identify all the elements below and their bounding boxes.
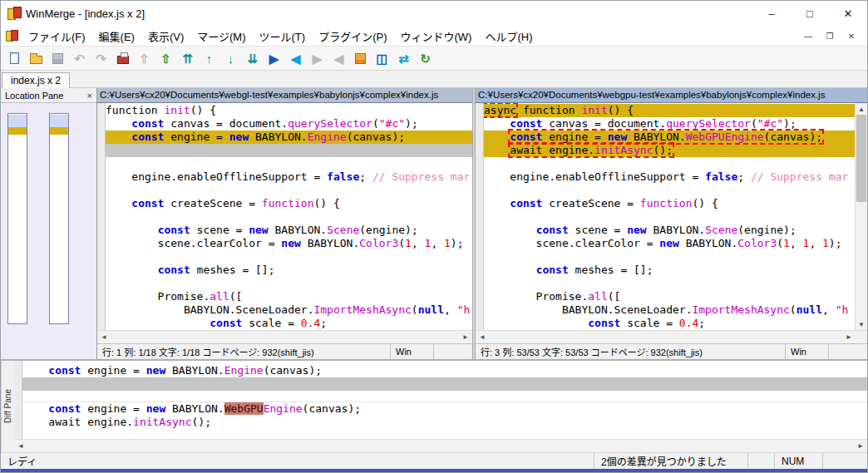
code-line[interactable]: const engine = new BABYLON.WebGPUEngine(… bbox=[22, 402, 867, 416]
code-line[interactable]: const createScene = function() { bbox=[106, 197, 472, 210]
tab-indexjs[interactable]: index.js x 2 bbox=[2, 72, 70, 88]
code-line[interactable]: Promise.all([ bbox=[484, 290, 855, 303]
menu-item-1[interactable]: ファイル(F) bbox=[22, 26, 92, 46]
right-hscroll-track[interactable] bbox=[489, 331, 842, 343]
merge-mode-button[interactable] bbox=[112, 48, 133, 69]
minimize-button[interactable]: – bbox=[752, 1, 791, 26]
code-line[interactable]: await engine.initAsync(); bbox=[22, 416, 867, 429]
code-line[interactable]: const canvas = document.querySelector("#… bbox=[484, 117, 855, 131]
code-line[interactable] bbox=[484, 277, 855, 290]
next-diff-button[interactable]: ↓ bbox=[220, 48, 241, 69]
scroll-down-icon[interactable]: ▼ bbox=[856, 318, 867, 330]
code-line[interactable] bbox=[106, 157, 472, 170]
undo-button[interactable]: ↶ bbox=[69, 48, 90, 69]
scroll-left-icon[interactable]: ◄ bbox=[14, 440, 27, 452]
diff-horizontal-scrollbar[interactable]: ◄ ► bbox=[14, 439, 867, 452]
prev-file-button[interactable]: ⇧ bbox=[134, 48, 155, 69]
code-line[interactable] bbox=[106, 184, 472, 197]
code-line[interactable]: const canvas = document.querySelector("#… bbox=[106, 117, 472, 131]
scroll-right-icon[interactable]: ► bbox=[459, 331, 472, 343]
menu-item-2[interactable]: 編集(E) bbox=[92, 26, 141, 46]
refresh-button[interactable]: ↻ bbox=[415, 48, 436, 69]
copy-right-advance-button[interactable]: ▶ bbox=[307, 48, 328, 69]
menu-item-5[interactable]: ツール(T) bbox=[253, 26, 313, 46]
copy-left-advance-button[interactable]: ◀ bbox=[328, 48, 349, 69]
mdi-restore-button[interactable]: ❐ bbox=[819, 28, 841, 43]
ghost-line[interactable] bbox=[22, 377, 867, 391]
code-line[interactable]: const scale = 0.4; bbox=[484, 317, 855, 330]
code-line[interactable]: BABYLON.SceneLoader.ImportMeshAsync(null… bbox=[484, 303, 855, 317]
code-line[interactable]: Promise.all([ bbox=[106, 290, 472, 303]
left-hscroll-track[interactable] bbox=[111, 331, 459, 343]
copy-left-button[interactable]: ◀ bbox=[285, 48, 306, 69]
code-line[interactable]: scene.clearColor = new BABYLON.Color3(1,… bbox=[106, 237, 472, 250]
code-line[interactable]: const engine = new BABYLON.Engine(canvas… bbox=[22, 364, 867, 377]
code-line[interactable]: const scene = new BABYLON.Scene(engine); bbox=[484, 224, 855, 237]
code-line[interactable]: scene.clearColor = new BABYLON.Color3(1,… bbox=[484, 237, 855, 250]
code-line[interactable] bbox=[484, 250, 855, 264]
left-code-editor[interactable]: function init() { const canvas = documen… bbox=[106, 103, 472, 330]
scroll-left-icon[interactable]: ◄ bbox=[476, 331, 489, 343]
open-button[interactable] bbox=[26, 48, 47, 69]
menu-item-6[interactable]: プラグイン(P) bbox=[312, 26, 393, 46]
menu-item-7[interactable]: ウィンドウ(W) bbox=[393, 26, 478, 46]
menu-item-3[interactable]: 表示(V) bbox=[141, 26, 190, 46]
left-horizontal-scrollbar[interactable]: ◄ ► bbox=[97, 330, 472, 343]
code-line[interactable]: function init() { bbox=[106, 104, 472, 117]
code-line[interactable]: async function init() { bbox=[484, 104, 855, 117]
code-line[interactable] bbox=[484, 184, 855, 197]
right-code-editor[interactable]: async function init() { const canvas = d… bbox=[484, 103, 855, 330]
next-file-button[interactable]: ⇧ bbox=[155, 48, 176, 69]
right-horizontal-scrollbar[interactable]: ◄ ► bbox=[476, 330, 856, 343]
right-file-header[interactable]: C:¥Users¥cx20¥Documents¥webgpu-test¥exam… bbox=[476, 88, 867, 103]
diff-pane-code[interactable]: const engine = new BABYLON.Engine(canvas… bbox=[22, 361, 867, 439]
scroll-right-icon[interactable]: ► bbox=[842, 331, 856, 343]
vscroll-thumb[interactable] bbox=[856, 115, 866, 202]
view-split-button[interactable]: ◫ bbox=[372, 48, 392, 69]
code-line[interactable]: const engine = new BABYLON.Engine(canvas… bbox=[106, 131, 472, 144]
menu-item-8[interactable]: ヘルプ(H) bbox=[478, 26, 539, 46]
code-line[interactable] bbox=[106, 250, 472, 264]
location-bar-right[interactable] bbox=[49, 113, 69, 324]
code-token: ; bbox=[320, 317, 327, 329]
vertical-scrollbar[interactable]: ▲ ▼ bbox=[855, 103, 867, 330]
scroll-right-icon[interactable]: ► bbox=[854, 440, 867, 452]
new-button[interactable] bbox=[4, 48, 25, 69]
left-file-header[interactable]: C:¥Users¥cx20¥Documents¥webgl-test¥examp… bbox=[97, 88, 472, 103]
code-line[interactable]: BABYLON.SceneLoader.ImportMeshAsync(null… bbox=[106, 303, 472, 317]
code-token: const bbox=[48, 402, 81, 415]
prev-diff-button[interactable]: ↑ bbox=[199, 48, 219, 69]
scroll-up-icon[interactable]: ▲ bbox=[856, 103, 867, 115]
code-line[interactable]: engine.enableOfflineSupport = false; // … bbox=[106, 170, 472, 184]
code-line[interactable]: const scene = new BABYLON.Scene(engine); bbox=[106, 224, 472, 237]
code-line[interactable]: const engine = new BABYLON.WebGPUEngine(… bbox=[484, 131, 855, 144]
ghost-line[interactable] bbox=[106, 144, 472, 157]
code-line[interactable]: const createScene = function() { bbox=[484, 197, 855, 210]
code-line[interactable]: const meshes = []; bbox=[484, 264, 855, 277]
vscroll-track[interactable] bbox=[856, 115, 867, 318]
auto-merge-button[interactable] bbox=[350, 48, 371, 69]
maximize-button[interactable]: □ bbox=[791, 1, 829, 26]
copy-right-button[interactable]: ▶ bbox=[264, 48, 284, 69]
code-line[interactable] bbox=[484, 157, 855, 170]
code-line[interactable] bbox=[484, 210, 855, 224]
code-line[interactable] bbox=[106, 277, 472, 290]
scroll-left-icon[interactable]: ◄ bbox=[97, 331, 111, 343]
mdi-close-button[interactable]: ✕ bbox=[841, 28, 862, 43]
code-line[interactable]: engine.enableOfflineSupport = false; // … bbox=[484, 170, 855, 184]
code-line[interactable]: const meshes = []; bbox=[106, 264, 472, 277]
redo-button[interactable]: ↷ bbox=[91, 48, 111, 69]
code-line[interactable] bbox=[106, 210, 472, 224]
code-line[interactable]: const scale = 0.4; bbox=[106, 317, 472, 330]
mdi-minimize-button[interactable]: — bbox=[797, 28, 819, 43]
close-button[interactable]: ✕ bbox=[829, 1, 867, 26]
first-diff-button[interactable]: ⇈ bbox=[177, 48, 198, 69]
swap-panes-button[interactable]: ⇄ bbox=[393, 48, 414, 69]
diff-hscroll-track[interactable] bbox=[27, 440, 854, 452]
code-line[interactable]: await engine.initAsync(); bbox=[484, 144, 855, 157]
location-pane-close-icon[interactable]: × bbox=[87, 91, 92, 101]
last-diff-button[interactable]: ⇊ bbox=[242, 48, 263, 69]
location-bar-left[interactable] bbox=[7, 113, 27, 324]
save-button[interactable] bbox=[47, 48, 68, 69]
menu-item-4[interactable]: マージ(M) bbox=[190, 26, 252, 46]
